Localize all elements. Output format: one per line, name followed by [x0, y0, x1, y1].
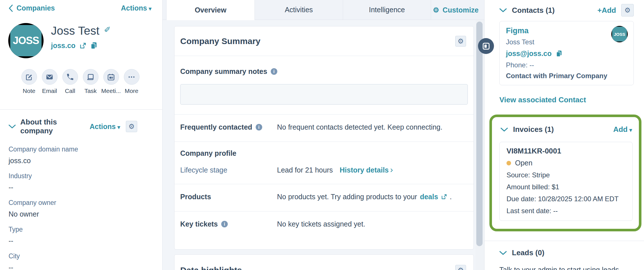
task-icon	[87, 73, 95, 81]
key-tickets-row: Key tickets i No key tickets assigned ye…	[175, 211, 473, 238]
external-link-icon[interactable]	[79, 42, 86, 49]
field-industry: Industry --	[9, 172, 154, 192]
copy-icon[interactable]	[556, 50, 563, 57]
panel-icon	[482, 42, 490, 50]
deals-link[interactable]: deals	[420, 193, 438, 201]
field-city: City --	[9, 252, 154, 270]
task-button[interactable]: Task	[80, 69, 101, 94]
view-associated-contact-link[interactable]: View associated Contact	[499, 95, 644, 104]
info-icon[interactable]: i	[271, 68, 277, 75]
main-content-column: Overview Activities Intelligence ⚙ Custo…	[163, 0, 484, 270]
field-company-owner: Company owner No owner	[9, 199, 154, 218]
collapse-right-panel-button[interactable]	[478, 38, 494, 54]
call-icon	[66, 73, 74, 81]
leads-section-header: Leads (0)	[485, 241, 644, 257]
copy-icon[interactable]	[90, 42, 98, 50]
scrollbar-thumb[interactable]	[476, 22, 483, 246]
company-profile-panel: Companies Actions▾ JOSS Joss Test ✎ joss…	[0, 0, 163, 270]
company-summary-notes-section: Company summary notes i	[175, 56, 473, 114]
meeting-button[interactable]: Meeti...	[101, 69, 121, 94]
about-fields: Company domain name joss.co Industry -- …	[9, 146, 154, 270]
email-icon	[46, 73, 54, 81]
company-name-block: Joss Test ✎ joss.co	[51, 23, 111, 58]
collapse-about-chevron-icon[interactable]	[9, 124, 16, 129]
add-contact-button[interactable]: +Add	[597, 6, 616, 15]
company-actions-dropdown[interactable]: Actions▾	[121, 4, 151, 12]
customize-tabs-button[interactable]: ⚙ Customize	[433, 0, 479, 20]
tab-intelligence[interactable]: Intelligence	[343, 0, 431, 20]
invoice-status: Open	[506, 159, 625, 167]
info-icon[interactable]: i	[221, 221, 228, 227]
tab-overview[interactable]: Overview	[166, 0, 255, 20]
meeting-icon	[107, 73, 115, 81]
collapse-contacts-chevron-icon[interactable]	[499, 8, 507, 13]
caret-down-icon: ▾	[629, 127, 632, 133]
gear-icon: ⚙	[433, 6, 439, 14]
email-button[interactable]: Email	[39, 69, 60, 94]
contact-email-link[interactable]: joss@joss.co	[506, 49, 552, 58]
data-highlights-title: Data highlights	[180, 265, 242, 270]
gear-icon: ⚙	[458, 37, 464, 45]
contact-avatar: JOSS	[611, 26, 628, 42]
history-details-link[interactable]: History details ›	[340, 166, 393, 174]
invoices-section-highlight: Invoices (1) Add▾ VI8M11KR-0001 Open Sou…	[489, 115, 641, 231]
gear-icon: ⚙	[458, 266, 464, 270]
back-link-label: Companies	[17, 4, 55, 12]
about-this-company-section: About this company Actions▾ ⚙ Company do…	[0, 110, 162, 270]
add-invoice-dropdown[interactable]: Add▾	[613, 125, 632, 134]
about-settings-button[interactable]: ⚙	[126, 121, 137, 132]
invoice-amount: Amount billed: $1	[506, 183, 625, 191]
company-summary-card: Company Summary ⚙ Company summary notes …	[174, 26, 474, 250]
company-name: Joss Test	[51, 24, 99, 38]
company-summary-title: Company Summary	[180, 36, 261, 46]
contact-card: Figma Joss Test joss@joss.co Phone: -- C…	[499, 21, 634, 85]
associations-sidebar: Contacts (1) +Add ⚙ Figma Joss Test joss…	[484, 0, 644, 270]
invoice-due-date: Due date: 10/28/2025 12:00 AM EDT	[506, 195, 625, 203]
edit-name-icon[interactable]: ✎	[104, 24, 110, 34]
invoice-card: VI8M11KR-0001 Open Source: Stripe Amount…	[499, 142, 633, 221]
leads-empty-text: Talk to your admin to start using leads	[499, 266, 644, 270]
about-section-title: About this company	[20, 118, 89, 135]
frequently-contacted-value: No frequent contacts detected yet. Keep …	[277, 123, 442, 131]
data-highlights-card: Data highlights ⚙	[174, 254, 474, 270]
contact-association-label: Contact with Primary Company	[506, 72, 627, 80]
company-summary-notes-input[interactable]	[180, 84, 468, 105]
tab-activities[interactable]: Activities	[255, 0, 343, 20]
gear-icon: ⚙	[128, 122, 135, 130]
key-tickets-value: No key tickets assigned yet.	[277, 220, 365, 228]
leads-section-title: Leads (0)	[512, 248, 544, 257]
more-button[interactable]: More	[121, 69, 142, 94]
invoices-section-title: Invoices (1)	[513, 125, 554, 134]
back-to-companies-link[interactable]: Companies	[9, 4, 55, 12]
external-link-icon[interactable]	[441, 194, 447, 200]
call-button[interactable]: Call	[60, 69, 80, 94]
invoice-last-sent: Last sent date: --	[506, 207, 625, 215]
summary-settings-button[interactable]: ⚙	[455, 36, 466, 47]
company-avatar: JOSS	[8, 23, 44, 58]
about-actions-dropdown[interactable]: Actions▾	[90, 122, 120, 131]
record-tabs: Overview Activities Intelligence ⚙ Custo…	[163, 0, 484, 20]
collapse-leads-chevron-icon[interactable]	[499, 251, 507, 255]
collapse-invoices-chevron-icon[interactable]	[501, 127, 508, 132]
invoices-section-header: Invoices (1) Add▾	[492, 117, 639, 134]
company-profile-row: JOSS Joss Test ✎ joss.co	[8, 23, 162, 58]
caret-down-icon: ▾	[149, 6, 151, 12]
data-highlights-settings-button[interactable]: ⚙	[455, 265, 466, 270]
quick-actions-row: Note Email Call Task Meeti... More	[19, 69, 162, 94]
company-domain-link[interactable]: joss.co	[51, 41, 75, 50]
contact-name-link[interactable]: Figma	[506, 26, 627, 35]
lifecycle-stage-value: Lead for 21 hours	[277, 166, 333, 174]
info-icon[interactable]: i	[256, 124, 262, 130]
note-button[interactable]: Note	[19, 69, 39, 94]
scrollbar-track	[476, 20, 484, 270]
contacts-settings-button[interactable]: ⚙	[621, 4, 634, 16]
lifecycle-stage-row: Lifecycle stage Lead for 21 hours Histor…	[180, 166, 468, 174]
field-type: Type --	[9, 226, 154, 245]
caret-down-icon: ▾	[117, 124, 120, 130]
company-record-page: Companies Actions▾ JOSS Joss Test ✎ joss…	[0, 0, 644, 270]
contacts-section-header: Contacts (1) +Add ⚙	[485, 0, 644, 16]
note-icon	[25, 73, 33, 81]
chevron-left-icon	[9, 5, 13, 12]
notes-label: Company summary notes	[180, 67, 267, 76]
more-icon	[128, 73, 136, 81]
